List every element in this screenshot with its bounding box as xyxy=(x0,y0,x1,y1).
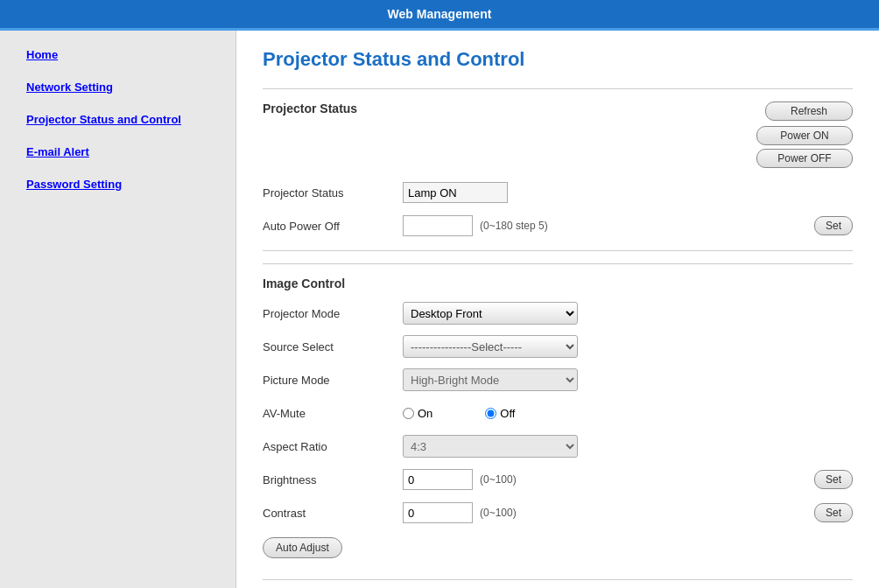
auto-power-off-hint: (0~180 step 5) xyxy=(480,220,548,232)
auto-adjust-button[interactable]: Auto Adjust xyxy=(263,537,342,558)
source-select-label: Source Select xyxy=(263,340,403,354)
projector-status-right: Refresh Power ON Power OFF xyxy=(756,102,853,168)
contrast-value-area: (0~100) xyxy=(403,502,814,523)
auto-power-off-label: Auto Power Off xyxy=(263,220,403,233)
av-mute-on-radio[interactable] xyxy=(403,408,414,419)
sidebar-item-network-setting[interactable]: Network Setting xyxy=(26,80,209,94)
source-select-value-area: ----------------Select----- VGA HDMI Vid… xyxy=(403,335,853,358)
power-on-button[interactable]: Power ON xyxy=(756,126,853,145)
contrast-label: Contrast xyxy=(263,507,403,520)
sidebar-item-password-setting[interactable]: Password Setting xyxy=(26,178,209,191)
projector-mode-select[interactable]: Desktop Front Desktop Rear Ceiling Front… xyxy=(403,302,578,325)
projector-mode-label: Projector Mode xyxy=(263,307,403,320)
refresh-button[interactable]: Refresh xyxy=(765,102,853,121)
source-select-dropdown[interactable]: ----------------Select----- VGA HDMI Vid… xyxy=(403,335,578,358)
picture-mode-value-area: High-Bright Mode Standard Mode sRGB Movi… xyxy=(403,368,853,391)
av-mute-on-option[interactable]: On xyxy=(403,407,432,420)
av-mute-on-label: On xyxy=(418,407,432,420)
av-mute-off-label: Off xyxy=(500,407,515,420)
projector-status-section-title: Projector Status xyxy=(263,102,357,116)
contrast-input[interactable] xyxy=(403,502,473,523)
brightness-row: Brightness (0~100) Set xyxy=(263,467,853,492)
topbar-title: Web Management xyxy=(388,7,492,21)
projector-status-section: Projector Status Refresh Power ON Power … xyxy=(263,88,853,238)
power-buttons: Power ON Power OFF xyxy=(756,126,853,168)
brightness-label: Brightness xyxy=(263,473,403,486)
aspect-ratio-label: Aspect Ratio xyxy=(263,440,403,453)
auto-power-off-set-button[interactable]: Set xyxy=(814,216,853,235)
aspect-ratio-row: Aspect Ratio 4:3 16:9 16:10 xyxy=(263,434,853,458)
brightness-input[interactable] xyxy=(403,469,473,490)
projector-status-value-area xyxy=(403,182,853,203)
auto-power-off-input[interactable] xyxy=(403,215,473,236)
auto-power-off-row: Auto Power Off (0~180 step 5) Set xyxy=(263,214,853,238)
projector-status-label: Projector Status xyxy=(263,186,403,200)
sidebar-item-home[interactable]: Home xyxy=(26,48,209,61)
brightness-actions: Set xyxy=(814,470,853,489)
power-off-button[interactable]: Power OFF xyxy=(756,149,853,168)
image-control-section: Image Control Projector Mode Desktop Fro… xyxy=(263,263,853,567)
auto-power-off-value-area: (0~180 step 5) xyxy=(403,215,814,236)
av-mute-label: AV-Mute xyxy=(263,407,403,420)
av-mute-off-option[interactable]: Off xyxy=(485,407,515,420)
contrast-row: Contrast (0~100) Set xyxy=(263,500,853,525)
contrast-actions: Set xyxy=(814,503,853,522)
sidebar-item-projector-status[interactable]: Projector Status and Control xyxy=(26,113,209,126)
projector-status-left: Projector Status xyxy=(263,102,357,126)
page-title: Projector Status and Control xyxy=(263,48,853,71)
aspect-ratio-value-area: 4:3 16:9 16:10 xyxy=(403,435,853,458)
source-select-row: Source Select ----------------Select----… xyxy=(263,334,853,359)
sidebar: Home Network Setting Projector Status an… xyxy=(0,31,236,588)
av-mute-value-area: On Off xyxy=(403,407,853,420)
auto-adjust-area: Auto Adjust xyxy=(263,534,853,567)
contrast-set-button[interactable]: Set xyxy=(814,503,853,522)
projector-status-row: Projector Status xyxy=(263,180,853,205)
image-control-title: Image Control xyxy=(263,276,853,290)
picture-mode-row: Picture Mode High-Bright Mode Standard M… xyxy=(263,368,853,392)
av-mute-row: AV-Mute On Off xyxy=(263,401,853,425)
av-mute-off-radio[interactable] xyxy=(485,408,496,419)
sidebar-item-email-alert[interactable]: E-mail Alert xyxy=(26,145,209,158)
projector-mode-value-area: Desktop Front Desktop Rear Ceiling Front… xyxy=(403,302,853,325)
aspect-ratio-select[interactable]: 4:3 16:9 16:10 xyxy=(403,435,578,458)
projector-mode-row: Projector Mode Desktop Front Desktop Rea… xyxy=(263,301,853,326)
contrast-hint: (0~100) xyxy=(480,507,517,519)
brightness-set-button[interactable]: Set xyxy=(814,470,853,489)
picture-mode-label: Picture Mode xyxy=(263,374,403,387)
picture-mode-select[interactable]: High-Bright Mode Standard Mode sRGB Movi… xyxy=(403,368,578,391)
main-content: Projector Status and Control Projector S… xyxy=(236,31,879,588)
topbar: Web Management xyxy=(0,0,879,31)
brightness-hint: (0~100) xyxy=(480,473,517,486)
projector-status-input xyxy=(403,182,508,203)
brightness-value-area: (0~100) xyxy=(403,469,814,490)
auto-power-off-actions: Set xyxy=(814,216,853,235)
